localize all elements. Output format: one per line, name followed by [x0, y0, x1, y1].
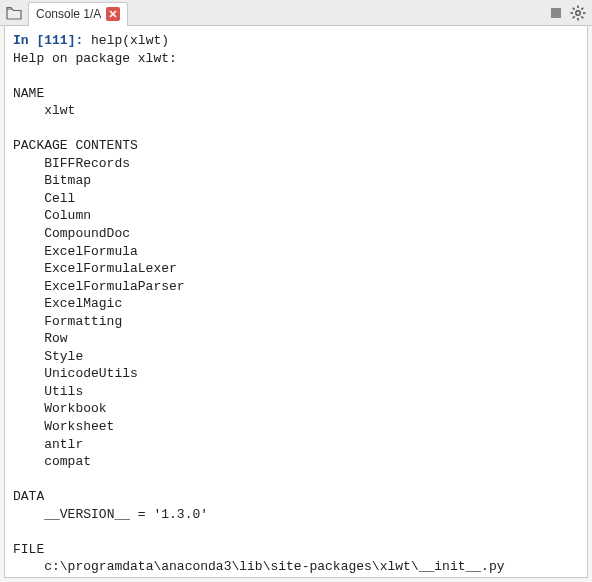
- section-contents-header: PACKAGE CONTENTS: [13, 138, 138, 153]
- file-line: c:\programdata\anaconda3\lib\site-packag…: [44, 559, 504, 574]
- console-output[interactable]: In [111]: help(xlwt) Help on package xlw…: [4, 26, 588, 578]
- tab-label: Console 1/A: [36, 7, 101, 21]
- stop-icon[interactable]: [548, 5, 564, 21]
- prompt-close: ]:: [68, 33, 91, 48]
- svg-line-8: [573, 7, 575, 9]
- section-data-header: DATA: [13, 489, 44, 504]
- close-icon[interactable]: [106, 7, 120, 21]
- gear-icon[interactable]: [570, 5, 586, 21]
- help-header: Help on package xlwt:: [13, 51, 177, 66]
- tab-console-1a[interactable]: Console 1/A: [28, 2, 128, 26]
- svg-point-3: [576, 10, 580, 14]
- package-contents-list: BIFFRecords Bitmap Cell Column CompoundD…: [13, 156, 185, 469]
- svg-line-10: [581, 7, 583, 9]
- folder-icon[interactable]: [6, 6, 22, 20]
- command-text: help(xlwt): [91, 33, 169, 48]
- prompt-number: 111: [44, 33, 67, 48]
- prompt-in-label: In [: [13, 33, 44, 48]
- svg-line-9: [581, 16, 583, 18]
- name-value: xlwt: [44, 103, 75, 118]
- tabbar-actions: [548, 5, 588, 21]
- section-name-header: NAME: [13, 86, 44, 101]
- svg-line-11: [573, 16, 575, 18]
- data-line: __VERSION__ = '1.3.0': [44, 507, 208, 522]
- tab-bar: Console 1/A: [0, 0, 592, 26]
- section-file-header: FILE: [13, 542, 44, 557]
- svg-rect-2: [551, 8, 561, 18]
